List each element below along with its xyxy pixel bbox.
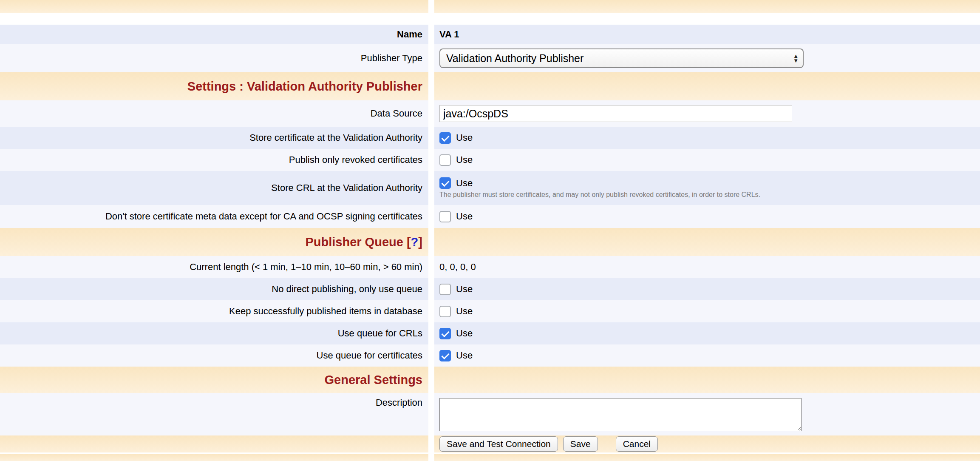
- top-band: [0, 0, 980, 13]
- settings-section-title: Settings : Validation Authority Publishe…: [187, 80, 422, 94]
- name-value: VA 1: [439, 29, 459, 40]
- section-settings: Settings : Validation Authority Publishe…: [0, 72, 980, 100]
- section-general-settings: General Settings: [0, 367, 980, 393]
- current-length-label: Current length (< 1 min, 1–10 min, 10–60…: [190, 262, 422, 273]
- row-name: Name VA 1: [0, 25, 980, 44]
- row-queue-crls: Use queue for CRLs Use: [0, 322, 980, 344]
- column-gap: [428, 256, 434, 278]
- general-settings-section-title: General Settings: [325, 373, 422, 387]
- row-publisher-type: Publisher Type Validation Authority Publ…: [0, 44, 980, 72]
- row-no-direct-publishing: No direct publishing, only use queue Use: [0, 278, 980, 300]
- use-label[interactable]: Use: [456, 154, 473, 165]
- store-crl-label: Store CRL at the Validation Authority: [271, 182, 422, 194]
- column-gap: [428, 127, 434, 149]
- select-arrows-icon: ▲▼: [793, 54, 799, 63]
- column-gap: [428, 100, 434, 127]
- use-label[interactable]: Use: [456, 132, 473, 143]
- top-band-right: [434, 0, 980, 13]
- queue-certificates-checkbox[interactable]: [439, 350, 451, 361]
- row-current-length: Current length (< 1 min, 1–10 min, 10–60…: [0, 256, 980, 278]
- row-store-certificate: Store certificate at the Validation Auth…: [0, 127, 980, 149]
- use-label[interactable]: Use: [456, 284, 473, 295]
- column-gap: [428, 393, 434, 435]
- dont-store-meta-label: Don't store certificate meta data except…: [105, 211, 422, 222]
- no-direct-publishing-checkbox[interactable]: [439, 284, 451, 295]
- column-gap: [428, 300, 434, 322]
- column-gap: [428, 344, 434, 367]
- row-queue-certificates: Use queue for certificates Use: [0, 344, 980, 367]
- column-gap: [428, 149, 434, 171]
- column-gap: [428, 72, 434, 100]
- store-crl-checkbox[interactable]: [439, 177, 451, 189]
- publisher-type-select[interactable]: Validation Authority Publisher ▲▼: [439, 48, 804, 68]
- column-gap: [428, 228, 434, 256]
- row-keep-published: Keep successfully published items in dat…: [0, 300, 980, 322]
- column-gap: [428, 322, 434, 344]
- column-gap: [428, 367, 434, 393]
- column-gap: [428, 435, 434, 452]
- store-certificate-label: Store certificate at the Validation Auth…: [249, 132, 422, 143]
- keep-published-label: Keep successfully published items in dat…: [229, 306, 422, 317]
- row-buttons: Save and Test Connection Save Cancel: [0, 435, 980, 452]
- column-gap: [428, 205, 434, 228]
- column-gap: [428, 0, 434, 13]
- cancel-button[interactable]: Cancel: [616, 436, 658, 452]
- bracket-close: ]: [418, 235, 422, 249]
- description-label: Description: [376, 397, 422, 408]
- column-gap: [428, 44, 434, 72]
- column-gap: [428, 25, 434, 44]
- row-data-source: Data Source: [0, 100, 980, 127]
- save-button[interactable]: Save: [563, 436, 598, 452]
- section-publisher-queue: Publisher Queue [?]: [0, 228, 980, 256]
- bottom-band-left: [0, 454, 428, 461]
- no-direct-publishing-label: No direct publishing, only use queue: [272, 284, 422, 295]
- publish-revoked-label: Publish only revoked certificates: [289, 154, 422, 165]
- bottom-band-right: [434, 454, 980, 461]
- publisher-type-selected-value: Validation Authority Publisher: [446, 52, 583, 65]
- queue-crls-label: Use queue for CRLs: [338, 328, 422, 339]
- column-gap: [428, 454, 434, 461]
- use-label[interactable]: Use: [456, 178, 473, 189]
- column-gap: [428, 171, 434, 205]
- data-source-input[interactable]: [439, 105, 792, 122]
- keep-published-checkbox[interactable]: [439, 306, 451, 317]
- bottom-band: [0, 454, 980, 461]
- column-gap: [428, 278, 434, 300]
- use-label[interactable]: Use: [456, 211, 473, 222]
- queue-crls-checkbox[interactable]: [439, 328, 451, 339]
- save-and-test-connection-button[interactable]: Save and Test Connection: [439, 436, 558, 452]
- use-label[interactable]: Use: [456, 306, 473, 317]
- edit-publisher-page: Name VA 1 Publisher Type Validation Auth…: [0, 0, 980, 461]
- name-label: Name: [397, 29, 422, 40]
- use-label[interactable]: Use: [456, 350, 473, 361]
- queue-certificates-label: Use queue for certificates: [317, 350, 422, 361]
- store-crl-hint: The publisher must store certificates, a…: [439, 191, 760, 199]
- bracket-open: [: [407, 235, 411, 249]
- top-band-left: [0, 0, 428, 13]
- data-source-label: Data Source: [371, 108, 422, 119]
- publisher-queue-title-text: Publisher Queue: [305, 235, 403, 249]
- publisher-queue-help-link[interactable]: ?: [411, 235, 419, 249]
- description-textarea[interactable]: [439, 398, 802, 431]
- store-certificate-checkbox[interactable]: [439, 132, 451, 144]
- current-length-value: 0, 0, 0, 0: [439, 262, 476, 273]
- publisher-type-label: Publisher Type: [361, 53, 422, 64]
- row-store-crl: Store CRL at the Validation Authority Us…: [0, 171, 980, 205]
- use-label[interactable]: Use: [456, 328, 473, 339]
- dont-store-meta-checkbox[interactable]: [439, 211, 451, 222]
- row-description: Description: [0, 393, 980, 435]
- publisher-queue-section-title: Publisher Queue [?]: [305, 235, 422, 249]
- row-publish-revoked: Publish only revoked certificates Use: [0, 149, 980, 171]
- publish-revoked-checkbox[interactable]: [439, 154, 451, 166]
- row-dont-store-meta: Don't store certificate meta data except…: [0, 205, 980, 228]
- spacer: [0, 13, 980, 25]
